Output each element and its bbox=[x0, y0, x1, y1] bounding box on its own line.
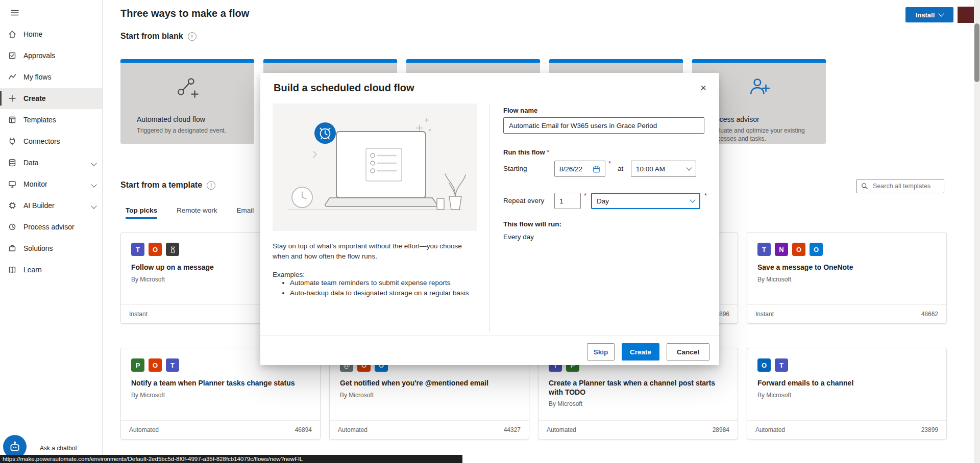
card-accent-bar bbox=[406, 59, 540, 63]
templates-icon bbox=[8, 115, 17, 124]
sidebar-item-process-advisor[interactable]: Process advisor bbox=[0, 216, 102, 238]
required-asterisk: * bbox=[608, 160, 611, 167]
teams-icon: T bbox=[775, 358, 788, 372]
example-item: Auto-backup data to designated storage o… bbox=[290, 288, 484, 298]
template-count: 896 bbox=[719, 311, 729, 318]
chevron-down-icon bbox=[939, 11, 944, 16]
sidebar: Home Approvals My flows Create Templates… bbox=[0, 0, 103, 463]
install-button[interactable]: Install bbox=[905, 7, 953, 22]
template-footer: Instant 48662 bbox=[747, 304, 946, 323]
scheduled-flow-illustration bbox=[273, 104, 477, 231]
teams-icon: T bbox=[131, 243, 144, 256]
status-bar-url: https://make.powerautomate.com/environme… bbox=[0, 455, 462, 463]
card-accent-bar bbox=[549, 59, 683, 63]
office-icon: O bbox=[149, 243, 162, 256]
sidebar-item-home[interactable]: Home bbox=[0, 23, 102, 45]
template-card-save-to-onenote[interactable]: T N O O Save a message to OneNote By Mic… bbox=[747, 232, 947, 324]
scheduled-flow-dialog: Build a scheduled cloud flow bbox=[260, 73, 719, 365]
card-accent-bar bbox=[692, 59, 826, 63]
sidebar-item-data[interactable]: Data bbox=[0, 152, 102, 173]
sidebar-item-learn[interactable]: Learn bbox=[0, 259, 102, 280]
will-run-label: This flow will run: bbox=[503, 220, 561, 228]
section-heading-label: Start from blank bbox=[120, 32, 183, 41]
example-item: Automate team reminders to submit expens… bbox=[290, 278, 484, 288]
examples-label: Examples: bbox=[273, 271, 305, 278]
dialog-description: Stay on top of what's important without … bbox=[273, 241, 479, 262]
template-icons: O T bbox=[757, 358, 936, 372]
template-card-forward-emails[interactable]: O T Forward emails to a channel By Micro… bbox=[747, 348, 947, 440]
template-title: Get notified when you're @mentioned emai… bbox=[340, 379, 519, 388]
sidebar-item-my-flows[interactable]: My flows bbox=[0, 66, 102, 88]
sidebar-item-label: Process advisor bbox=[23, 223, 75, 231]
required-asterisk: * bbox=[584, 192, 586, 199]
template-card-body: P O T Notify a team when Planner tasks c… bbox=[131, 358, 310, 420]
repeat-unit-value: Day bbox=[597, 197, 609, 205]
template-footer: Automated 46894 bbox=[121, 420, 320, 439]
sidebar-item-label: Solutions bbox=[23, 244, 53, 252]
info-icon[interactable] bbox=[188, 32, 197, 41]
tab-top-picks[interactable]: Top picks bbox=[126, 207, 157, 219]
office-icon: O bbox=[792, 243, 805, 256]
chatbot-label: Ask a chatbot bbox=[40, 445, 77, 452]
template-count: 28984 bbox=[713, 426, 729, 433]
sidebar-item-create[interactable]: Create bbox=[0, 88, 102, 109]
template-count: 48662 bbox=[921, 311, 938, 318]
examples-list: Automate team reminders to submit expens… bbox=[273, 278, 484, 298]
start-time-select[interactable]: 10:00 AM bbox=[631, 161, 696, 177]
template-byline: By Microsoft bbox=[131, 392, 310, 399]
required-asterisk: * bbox=[704, 192, 707, 199]
template-title: Notify a team when Planner tasks change … bbox=[131, 379, 310, 388]
template-card-body: @ O O Get notified when you're @mentione… bbox=[340, 358, 519, 420]
sidebar-item-connectors[interactable]: Connectors bbox=[0, 131, 102, 152]
tab-remote-work[interactable]: Remote work bbox=[177, 207, 217, 219]
search-input[interactable] bbox=[872, 182, 940, 190]
sidebar-item-label: Connectors bbox=[23, 137, 60, 145]
start-date-picker[interactable]: 8/26/22 bbox=[554, 161, 605, 177]
install-label: Install bbox=[916, 11, 935, 19]
will-run-value: Every day bbox=[503, 233, 534, 241]
outlook-icon: O bbox=[810, 243, 823, 256]
info-icon[interactable] bbox=[207, 181, 215, 190]
flow-name-input[interactable] bbox=[503, 117, 704, 134]
search-icon bbox=[861, 183, 868, 190]
scrollbar-thumb[interactable] bbox=[974, 23, 979, 82]
cancel-button[interactable]: Cancel bbox=[667, 343, 709, 361]
flow-name-label: Flow name bbox=[503, 107, 537, 114]
template-footer: Automated 23899 bbox=[747, 420, 946, 439]
sidebar-item-label: My flows bbox=[23, 73, 51, 81]
dialog-title: Build a scheduled cloud flow bbox=[274, 82, 414, 94]
run-this-flow-text: Run this flow bbox=[503, 148, 545, 156]
template-card-body: T P Create a Planner task when a channel… bbox=[549, 358, 727, 420]
tab-email[interactable]: Email bbox=[237, 207, 254, 219]
template-tabs: Top picks Remote work Email N bbox=[126, 207, 278, 219]
sidebar-item-label: Approvals bbox=[23, 52, 55, 60]
hamburger-menu-button[interactable] bbox=[6, 4, 23, 21]
template-card-body: T N O O Save a message to OneNote By Mic… bbox=[757, 243, 936, 304]
create-button[interactable]: Create bbox=[622, 343, 659, 361]
template-type: Automated bbox=[338, 426, 368, 433]
run-this-flow-label: Run this flow * bbox=[503, 147, 549, 157]
required-asterisk: * bbox=[545, 148, 550, 156]
sidebar-item-approvals[interactable]: Approvals bbox=[0, 45, 102, 66]
flows-icon bbox=[8, 72, 17, 82]
template-type: Instant bbox=[129, 311, 148, 318]
blank-card-automated-cloud-flow[interactable]: Automated cloud flow Triggered by a desi… bbox=[120, 59, 254, 144]
repeat-interval-input[interactable]: 1 bbox=[554, 193, 581, 209]
scrollbar[interactable] bbox=[974, 0, 980, 463]
search-templates-box[interactable] bbox=[856, 179, 944, 193]
repeat-unit-select[interactable]: Day bbox=[591, 193, 700, 209]
avatar[interactable] bbox=[958, 7, 974, 23]
delay-icon bbox=[166, 243, 179, 256]
approvals-icon bbox=[8, 51, 17, 60]
close-icon[interactable] bbox=[695, 79, 712, 96]
blank-card-title: Automated cloud flow bbox=[137, 115, 247, 123]
sidebar-item-templates[interactable]: Templates bbox=[0, 109, 102, 131]
chevron-down-icon bbox=[92, 159, 96, 167]
skip-button[interactable]: Skip bbox=[587, 343, 615, 361]
sidebar-item-ai-builder[interactable]: AI Builder bbox=[0, 195, 102, 216]
template-type: Automated bbox=[755, 426, 785, 433]
database-icon bbox=[8, 158, 17, 167]
sidebar-item-solutions[interactable]: Solutions bbox=[0, 238, 102, 259]
sidebar-item-monitor[interactable]: Monitor bbox=[0, 173, 102, 195]
sidebar-item-label: Monitor bbox=[23, 180, 47, 188]
